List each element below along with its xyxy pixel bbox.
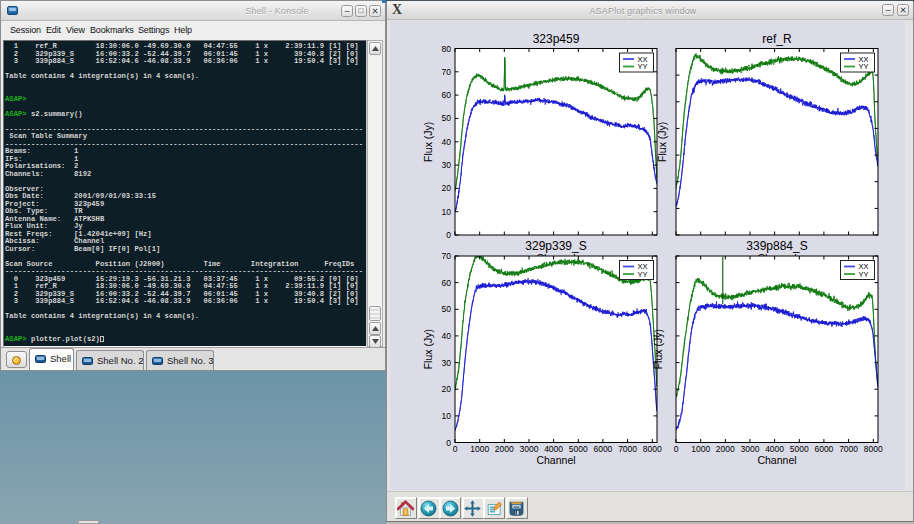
svg-text:8000: 8000 bbox=[864, 444, 883, 454]
svg-text:Flux (Jy): Flux (Jy) bbox=[656, 122, 668, 162]
svg-text:Flux (Jy): Flux (Jy) bbox=[652, 329, 664, 369]
svg-text:8000: 8000 bbox=[643, 444, 662, 454]
svg-text:6000: 6000 bbox=[814, 444, 833, 454]
svg-text:6000: 6000 bbox=[593, 444, 612, 454]
svg-text:ref_R: ref_R bbox=[762, 32, 792, 46]
svg-text:YY: YY bbox=[859, 62, 869, 71]
svg-text:Channel: Channel bbox=[536, 454, 575, 466]
svg-text:20: 20 bbox=[442, 384, 452, 394]
svg-text:70: 70 bbox=[442, 251, 452, 261]
svg-text:10: 10 bbox=[442, 411, 452, 421]
svg-text:1000: 1000 bbox=[691, 444, 710, 454]
svg-text:7000: 7000 bbox=[618, 444, 637, 454]
svg-text:7000: 7000 bbox=[839, 444, 858, 454]
svg-text:YY: YY bbox=[638, 62, 648, 71]
svg-text:0: 0 bbox=[446, 438, 451, 448]
svg-text:0: 0 bbox=[453, 444, 458, 454]
svg-text:3000: 3000 bbox=[520, 444, 539, 454]
svg-text:2000: 2000 bbox=[495, 444, 514, 454]
svg-text:4000: 4000 bbox=[544, 444, 563, 454]
svg-text:339p884_S: 339p884_S bbox=[746, 239, 807, 253]
svg-text:70: 70 bbox=[442, 67, 452, 77]
svg-text:20: 20 bbox=[442, 183, 452, 193]
svg-text:2000: 2000 bbox=[716, 444, 735, 454]
svg-text:Flux (Jy): Flux (Jy) bbox=[422, 329, 434, 369]
svg-text:0: 0 bbox=[674, 444, 679, 454]
svg-text:YY: YY bbox=[859, 270, 869, 279]
svg-text:10: 10 bbox=[442, 207, 452, 217]
svg-text:30: 30 bbox=[442, 160, 452, 170]
svg-text:50: 50 bbox=[442, 304, 452, 314]
svg-text:30: 30 bbox=[442, 358, 452, 368]
svg-text:80: 80 bbox=[442, 44, 452, 54]
svg-text:0: 0 bbox=[446, 230, 451, 240]
svg-text:Channel: Channel bbox=[757, 454, 796, 466]
svg-text:5000: 5000 bbox=[569, 444, 588, 454]
svg-text:323p459: 323p459 bbox=[533, 32, 580, 46]
svg-text:4000: 4000 bbox=[765, 444, 784, 454]
svg-text:3000: 3000 bbox=[741, 444, 760, 454]
svg-text:60: 60 bbox=[442, 90, 452, 100]
svg-text:40: 40 bbox=[442, 331, 452, 341]
svg-text:YY: YY bbox=[638, 270, 648, 279]
svg-text:329p339_S: 329p339_S bbox=[525, 239, 586, 253]
svg-text:40: 40 bbox=[442, 137, 452, 147]
svg-text:Flux (Jy): Flux (Jy) bbox=[422, 122, 434, 162]
svg-text:60: 60 bbox=[442, 278, 452, 288]
svg-text:1000: 1000 bbox=[470, 444, 489, 454]
svg-text:50: 50 bbox=[442, 113, 452, 123]
svg-text:5000: 5000 bbox=[790, 444, 809, 454]
